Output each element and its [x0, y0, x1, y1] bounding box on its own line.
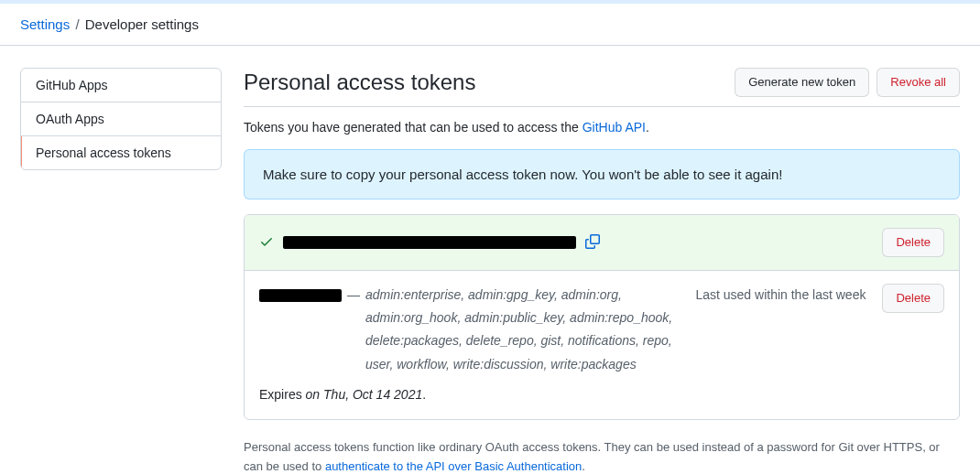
breadcrumb-root-link[interactable]: Settings [20, 16, 70, 32]
intro-suffix: . [646, 120, 649, 135]
redacted-token-name [259, 289, 342, 302]
expires-prefix: Expires [259, 387, 306, 402]
copy-icon[interactable] [585, 234, 600, 252]
revoke-all-button[interactable]: Revoke all [877, 68, 960, 97]
sidenav-item-personal-access-tokens[interactable]: Personal access tokens [21, 136, 221, 169]
footer-suffix: . [582, 459, 585, 473]
sidenav-item-oauth-apps[interactable]: OAuth Apps [21, 102, 221, 136]
page-header: Personal access tokens Generate new toke… [244, 68, 960, 107]
copy-token-warning-flash: Make sure to copy your personal access t… [244, 149, 960, 199]
page-title: Personal access tokens [244, 70, 475, 95]
token-scopes: admin:enterprise, admin:gpg_key, admin:o… [365, 284, 679, 376]
intro-text: Tokens you have generated that can be us… [244, 120, 960, 135]
header-actions: Generate new token Revoke all [735, 68, 960, 97]
delete-existing-token-button[interactable]: Delete [882, 284, 944, 313]
side-navigation: GitHub Apps OAuth Apps Personal access t… [20, 68, 222, 170]
flash-message: Make sure to copy your personal access t… [263, 167, 782, 182]
generate-new-token-button[interactable]: Generate new token [735, 68, 869, 97]
existing-token-row: — admin:enterprise, admin:gpg_key, admin… [245, 271, 959, 419]
breadcrumb-separator: / [75, 16, 79, 32]
token-expires: Expires on Thu, Oct 14 2021. [259, 383, 944, 406]
expires-suffix: . [422, 387, 426, 402]
expires-date: on Thu, Oct 14 2021 [306, 387, 423, 402]
github-api-link[interactable]: GitHub API [583, 120, 646, 135]
token-details: — admin:enterprise, admin:gpg_key, admin… [259, 284, 944, 406]
footer-note: Personal access tokens function like ord… [244, 438, 960, 474]
main-container: GitHub Apps OAuth Apps Personal access t… [0, 46, 980, 474]
check-icon [259, 234, 274, 252]
delete-new-token-button[interactable]: Delete [882, 228, 944, 257]
scope-dash: — [347, 284, 360, 307]
new-token-row: Delete [245, 215, 959, 271]
main-content: Personal access tokens Generate new toke… [244, 68, 960, 474]
breadcrumb-current: Developer settings [85, 16, 199, 32]
sidenav-item-github-apps[interactable]: GitHub Apps [21, 69, 221, 102]
basic-auth-link[interactable]: authenticate to the API over Basic Authe… [325, 459, 582, 473]
tokens-list: Delete — admin:enterprise, admin:gpg_key… [244, 214, 960, 420]
breadcrumb: Settings / Developer settings [0, 4, 980, 46]
intro-prefix: Tokens you have generated that can be us… [244, 120, 583, 135]
token-last-used: Last used within the last week [695, 284, 866, 307]
redacted-token-value [283, 236, 576, 249]
